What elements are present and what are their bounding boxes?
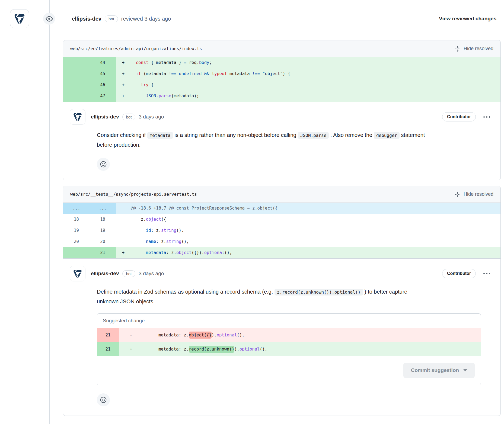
diff-code-line: metadata: z.object({}).optional(), (131, 250, 232, 255)
comment-bot-badge: bot (122, 114, 136, 120)
diff-code: + JSON.parse(metadata); (116, 91, 500, 102)
line-number-new[interactable]: 46 (90, 79, 116, 91)
suggestion-code-line: metadata: z.record(z.unknown()).optional… (143, 346, 267, 353)
code-token: !== (252, 71, 260, 76)
inline-code: metadata (147, 132, 173, 139)
line-number-old[interactable]: 19 (63, 225, 90, 236)
code-token: id (146, 228, 151, 233)
diff-sign: + (116, 57, 131, 68)
line-number-new[interactable]: 45 (90, 68, 116, 79)
commit-suggestion-button[interactable]: Commit suggestion (403, 363, 475, 378)
eye-icon (46, 15, 53, 23)
code-token (131, 239, 146, 244)
diff-sign: - (119, 328, 143, 342)
review-author[interactable]: ellipsis-dev (72, 16, 101, 22)
kebab-menu-button[interactable] (483, 271, 491, 276)
code-token: ; (209, 60, 212, 65)
code-token: JSON (146, 94, 156, 98)
code-token: = (184, 60, 186, 65)
comment-body: Consider checking if metadata is a strin… (97, 130, 430, 150)
line-number-new[interactable]: 44 (90, 57, 116, 68)
diff-code-line: name: z.string(), (131, 239, 189, 244)
line-number-old[interactable] (63, 68, 90, 79)
code-token: optional (204, 250, 225, 255)
code-token: optional (217, 333, 237, 338)
reaction-button[interactable] (97, 158, 110, 171)
code-token: parse (159, 94, 171, 98)
commit-suggestion-label: Commit suggestion (411, 367, 459, 373)
inline-code: z.record(z.unknown()).optional() (275, 289, 363, 295)
file-header: web/src/__tests__/async/projects-api.ser… (63, 186, 500, 203)
line-number-old[interactable]: ... (63, 203, 90, 214)
diff-table: 44+ const { metadata } = req.body;45+ if… (63, 57, 500, 102)
code-token: req. (186, 60, 199, 65)
diff-code-line: JSON.parse(metadata); (131, 94, 199, 98)
comment-time[interactable]: 3 days ago (139, 271, 164, 277)
code-token: { metadata } (148, 60, 184, 65)
code-token: : z. (151, 228, 161, 233)
diff-code-line: id: z.string(), (131, 228, 184, 233)
suggestion-row: 21- metadata: z.object({}).optional(), (97, 328, 481, 342)
line-number-new[interactable]: ... (90, 203, 116, 214)
comment-text: Consider checking if (97, 132, 147, 138)
code-token: z. (131, 217, 146, 222)
comment-author[interactable]: ellipsis-dev (91, 114, 119, 120)
line-number-old[interactable]: 18 (63, 214, 90, 225)
diff-code-line: z.object({ (131, 217, 166, 222)
view-reviewed-changes-link[interactable]: View reviewed changes (439, 16, 496, 22)
line-number: 21 (97, 328, 119, 342)
line-number-old[interactable]: 20 (63, 236, 90, 247)
review-avatar[interactable] (10, 9, 29, 28)
inline-code: debugger (374, 132, 400, 139)
line-number: 21 (97, 342, 119, 356)
contributor-badge: Contributor (442, 112, 476, 121)
line-number-new[interactable]: 21 (90, 247, 116, 258)
code-token: typeof (212, 71, 227, 76)
code-token: { (148, 82, 154, 87)
comment-avatar[interactable] (70, 109, 85, 125)
kebab-menu-button[interactable] (483, 115, 491, 119)
diff-code: name: z.string(), (116, 236, 500, 247)
diff-code-line: if (metadata !== undefined && typeof met… (131, 71, 290, 76)
code-token: object (176, 250, 192, 255)
code-token (260, 71, 262, 76)
thread-card: web/src/__tests__/async/projects-api.ser… (63, 186, 501, 416)
code-token: object (146, 217, 161, 222)
line-number-old[interactable] (63, 57, 90, 68)
review-action: reviewed 3 days ago (121, 16, 171, 22)
hide-resolved-button[interactable]: Hide resolved (454, 191, 493, 198)
diff-sign: + (116, 247, 131, 258)
comment-avatar[interactable] (70, 266, 85, 281)
file-path[interactable]: web/src/ee/features/admin-api/organizati… (70, 46, 202, 51)
line-number-new[interactable]: 19 (90, 225, 116, 236)
line-number-new[interactable]: 18 (90, 214, 116, 225)
line-number-old[interactable] (63, 247, 90, 258)
code-token: (), (237, 333, 244, 338)
code-token: ({ (161, 217, 166, 222)
code-token (202, 71, 204, 76)
code-token: : z. (156, 239, 166, 244)
line-number-old[interactable] (63, 79, 90, 91)
diff-code: + try { (116, 79, 500, 91)
diff-row: 21+ metadata: z.object({}).optional(), (63, 247, 500, 258)
comment-text: Define metadata in Zod schemas as option… (97, 289, 275, 295)
comment-time[interactable]: 3 days ago (139, 114, 164, 120)
code-token (131, 71, 136, 76)
hide-resolved-button[interactable]: Hide resolved (454, 46, 493, 52)
line-number-old[interactable] (63, 91, 90, 102)
reaction-button[interactable] (97, 393, 110, 406)
comment-author[interactable]: ellipsis-dev (91, 271, 119, 277)
code-token: (), (260, 347, 267, 352)
file-path[interactable]: web/src/__tests__/async/projects-api.ser… (70, 192, 197, 197)
code-token: (), (181, 239, 189, 244)
thread-card: web/src/ee/features/admin-api/organizati… (63, 40, 501, 180)
code-token: (metadata); (171, 94, 199, 98)
code-token: (), (224, 250, 232, 255)
code-token (131, 82, 141, 87)
line-number-new[interactable]: 47 (90, 91, 116, 102)
diff-sign: + (119, 342, 143, 356)
contributor-badge: Contributor (442, 269, 476, 278)
code-token: ). (234, 347, 240, 352)
code-token: string (161, 228, 176, 233)
line-number-new[interactable]: 20 (90, 236, 116, 247)
